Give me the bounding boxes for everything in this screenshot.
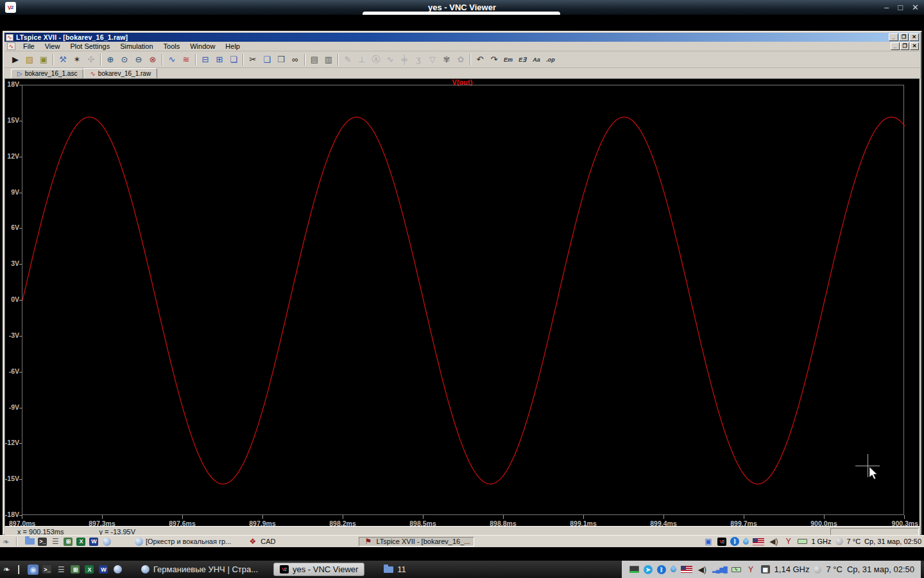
bluetooth-icon[interactable]: ᛒ	[730, 537, 739, 546]
globe-icon[interactable]	[114, 565, 122, 574]
water-drop-icon[interactable]	[669, 565, 678, 574]
telegram-icon[interactable]: ➤	[644, 565, 653, 574]
battery-icon[interactable]	[798, 539, 807, 544]
ltspice-task[interactable]: ⚑LTspice XVII - [bokarev_16_...	[359, 537, 475, 547]
us-flag-icon[interactable]	[753, 538, 764, 545]
speaker-icon[interactable]: ◀)	[768, 536, 779, 547]
zoom-in-icon[interactable]: ⊕	[103, 53, 117, 66]
browser-task[interactable]: [Оркестр и вокальная гр...	[131, 537, 235, 547]
x-axis-tick-label: 899.7ms	[730, 520, 757, 527]
zoom-fit-icon[interactable]: ⊙	[117, 53, 132, 66]
autorange-y-axis-icon[interactable]: ∿	[165, 53, 179, 66]
print-icon[interactable]: ▤	[307, 53, 321, 66]
vnc-maximize-button[interactable]: □	[898, 3, 903, 12]
paste-icon[interactable]: ❒	[274, 53, 288, 66]
add-text-icon[interactable]: Aa	[529, 53, 543, 66]
spice-directive-icon[interactable]: .op	[543, 53, 558, 66]
folder-11-task[interactable]: 11	[378, 563, 412, 576]
tile-vertically-icon[interactable]: ⊞	[212, 53, 227, 66]
redo-icon[interactable]: ↷	[487, 53, 501, 66]
ltspice-titlebar[interactable]: ∿ LTspice XVII - [bokarev_16_1.raw] _❐✕	[4, 33, 920, 42]
water-drop-icon[interactable]	[742, 538, 751, 546]
vnc-server-icon[interactable]: V2	[717, 538, 726, 546]
temperature-text[interactable]: 7 °C	[826, 565, 842, 574]
vnc-close-button[interactable]: ✕	[912, 3, 919, 12]
menu-help[interactable]: Help	[220, 42, 245, 50]
toolbar-separator	[100, 54, 101, 66]
menu-file[interactable]: File	[18, 42, 40, 50]
plot-area[interactable]	[22, 85, 904, 515]
file-manager-icon[interactable]	[25, 538, 35, 545]
cpu-meter-icon[interactable]: ▦	[761, 565, 770, 574]
wine-glass-icon[interactable]: Y	[783, 536, 794, 547]
gnome-menu-foot-icon[interactable]: ❧	[3, 565, 10, 574]
child-restore-button[interactable]: ❐	[900, 42, 909, 50]
ltspice-window[interactable]: ∿ LTspice XVII - [bokarev_16_1.raw] _❐✕ …	[3, 31, 922, 536]
close-button[interactable]: ✕	[909, 33, 919, 41]
weather-moon-icon[interactable]	[814, 566, 821, 574]
cpu-frequency-text[interactable]: 1 GHz	[811, 538, 831, 545]
child-close-button[interactable]: ✕	[910, 42, 919, 50]
globe-icon[interactable]	[103, 538, 111, 546]
temperature-text[interactable]: 7 °C	[847, 538, 861, 545]
us-flag-icon[interactable]	[681, 566, 692, 573]
word-icon[interactable]: W	[99, 565, 108, 574]
cad-task[interactable]: ❖CAD	[243, 537, 279, 547]
menu-window[interactable]: Window	[185, 42, 220, 50]
tile-horizontally-icon[interactable]: ⊟	[198, 53, 212, 66]
calculator-icon[interactable]: ⊞	[71, 565, 80, 574]
terminal-icon[interactable]: >_	[42, 565, 51, 574]
signal-bars-icon[interactable]: ▂▄▆█	[712, 566, 727, 573]
vnc-viewer-task[interactable]: V2yes - VNC Viewer	[273, 563, 364, 576]
find-icon[interactable]: ∞	[288, 53, 302, 66]
new-file-icon[interactable]: ▶	[8, 53, 22, 66]
speaker-icon[interactable]: ◀)	[697, 565, 708, 575]
menu-simulation[interactable]: Simulation	[115, 42, 158, 50]
archive-icon[interactable]: ☰	[50, 536, 61, 547]
vnc-minimize-button[interactable]: –	[884, 3, 889, 12]
zoom-full-extents-icon[interactable]: ⊗	[146, 53, 160, 66]
save-indicator-icon[interactable]: ▣	[703, 536, 714, 547]
menu-tools[interactable]: Tools	[158, 42, 185, 50]
zoom-out-icon[interactable]: ⊖	[132, 53, 146, 66]
plot-settings-pane-icon[interactable]: ≋	[179, 53, 193, 66]
clock-text[interactable]: Ср, 31 мар, 02:50	[847, 565, 914, 574]
print-preview-icon[interactable]: ▥	[321, 53, 336, 66]
screenshot-tool-icon[interactable]: ◉	[28, 565, 38, 575]
label-e3-icon[interactable]: E∃	[515, 53, 529, 66]
open-file-icon[interactable]: ▨	[22, 53, 37, 66]
clock-text[interactable]: Ср, 31 мар, 02:50	[864, 538, 921, 545]
tab-bokarev_16_1.asc[interactable]: ▷bokarev_16_1.asc	[11, 69, 83, 78]
control-panel-hammer-icon[interactable]: ⚒	[56, 53, 70, 66]
excel-icon[interactable]: X	[76, 538, 85, 546]
gnome-menu-foot-icon[interactable]: ❧	[3, 537, 10, 547]
calculator-icon[interactable]: ⊞	[64, 538, 73, 546]
cascade-windows-icon[interactable]: ❏	[227, 53, 241, 66]
word-icon[interactable]: W	[89, 538, 98, 546]
weather-moon-icon[interactable]	[835, 538, 843, 545]
archive-icon[interactable]: ☰	[56, 565, 67, 575]
browser-task[interactable]: Германиевые УНЧ | Стра...	[135, 563, 264, 576]
excel-icon[interactable]: X	[85, 565, 94, 574]
vnc-titlebar[interactable]: V2 yes - VNC Viewer –□✕	[0, 0, 924, 15]
copy-icon[interactable]: ❑	[260, 53, 274, 66]
restore-button[interactable]: ❐	[899, 33, 909, 41]
waveform-plot-pane[interactable]: V(out) 18V15V12V9V6V3V0V-3V-6V-9V-12V-15…	[4, 78, 920, 527]
display-icon[interactable]	[629, 566, 639, 573]
battery-charging-icon[interactable]: ϟ	[732, 567, 741, 572]
menu-plot-settings[interactable]: Plot Settings	[65, 42, 115, 50]
bluetooth-icon[interactable]: ᛒ	[657, 565, 666, 574]
save-icon[interactable]: ▣	[37, 53, 51, 66]
label-em-icon[interactable]: Em	[501, 53, 515, 66]
vnc-window-controls: –□✕	[884, 0, 919, 15]
run-simulation-icon[interactable]: ✶	[70, 53, 84, 66]
cut-icon[interactable]: ✂	[246, 53, 260, 66]
minimize-button[interactable]: _	[889, 33, 898, 41]
cpu-frequency-text[interactable]: 1,14 GHz	[774, 565, 810, 574]
tab-bokarev_16_1.raw[interactable]: ∿bokarev_16_1.raw	[83, 68, 157, 78]
menu-view[interactable]: View	[40, 42, 65, 50]
undo-icon[interactable]: ↶	[473, 53, 487, 66]
terminal-icon[interactable]: >_	[38, 538, 47, 546]
wine-glass-icon[interactable]: Y	[746, 565, 757, 575]
child-minimize-button[interactable]: _	[891, 42, 900, 50]
